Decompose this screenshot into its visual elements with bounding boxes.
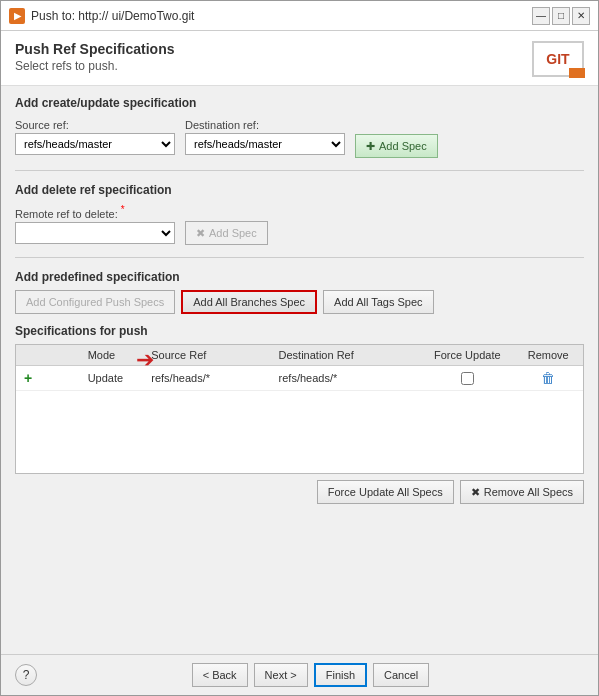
row-force bbox=[421, 366, 514, 391]
row-mode: Update bbox=[80, 366, 144, 391]
predefined-label: Add predefined specification bbox=[15, 270, 584, 284]
create-update-section: Add create/update specification Source r… bbox=[15, 96, 584, 158]
table-row: + Update refs/heads/* refs/heads/* bbox=[16, 366, 583, 391]
add-configured-push-specs-button[interactable]: Add Configured Push Specs bbox=[15, 290, 175, 314]
remove-all-specs-button[interactable]: ✖ Remove All Specs bbox=[460, 480, 584, 504]
source-ref-group: Source ref: refs/heads/master bbox=[15, 119, 175, 155]
title-bar: ▶ Push to: http:// ui/DemoTwo.git — □ ✕ bbox=[1, 1, 598, 31]
title-bar-left: ▶ Push to: http:// ui/DemoTwo.git bbox=[9, 8, 194, 24]
delete-row-button[interactable]: 🗑 bbox=[541, 370, 555, 386]
col-remove: Remove bbox=[514, 345, 583, 366]
cancel-button[interactable]: Cancel bbox=[373, 663, 429, 687]
remote-ref-select[interactable] bbox=[15, 222, 175, 244]
remove-icon: ✖ bbox=[471, 486, 480, 499]
source-ref-select[interactable]: refs/heads/master bbox=[15, 133, 175, 155]
minimize-button[interactable]: — bbox=[532, 7, 550, 25]
footer: ? < Back Next > Finish Cancel bbox=[1, 654, 598, 695]
required-star: * bbox=[121, 204, 125, 215]
git-logo: GIT bbox=[532, 41, 584, 77]
next-button[interactable]: Next > bbox=[254, 663, 308, 687]
add-all-branches-spec-button[interactable]: Add All Branches Spec bbox=[181, 290, 317, 314]
dest-ref-group: Destination ref: refs/heads/master bbox=[185, 119, 345, 155]
finish-button[interactable]: Finish bbox=[314, 663, 367, 687]
page-header: Push Ref Specifications Select refs to p… bbox=[1, 31, 598, 86]
divider-2 bbox=[15, 257, 584, 258]
window-controls: — □ ✕ bbox=[532, 7, 590, 25]
add-spec-create-button[interactable]: ✚ Add Spec bbox=[355, 134, 438, 158]
col-mode bbox=[16, 345, 80, 366]
specs-table-container: ➔ Mode Source Ref Destination Ref Force … bbox=[15, 344, 584, 474]
dest-ref-label: Destination ref: bbox=[185, 119, 345, 131]
col-dest: Destination Ref bbox=[271, 345, 421, 366]
row-remove: 🗑 bbox=[514, 366, 583, 391]
dest-ref-select[interactable]: refs/heads/master bbox=[185, 133, 345, 155]
create-update-form-row: Source ref: refs/heads/master Destinatio… bbox=[15, 116, 584, 158]
col-mode-label: Mode bbox=[80, 345, 144, 366]
delete-form-row: Remote ref to delete: * ✖ Add Spec bbox=[15, 203, 584, 245]
table-header-row: Mode Source Ref Destination Ref Force Up… bbox=[16, 345, 583, 366]
row-add-icon: + bbox=[16, 366, 80, 391]
row-source: refs/heads/* bbox=[143, 366, 270, 391]
plus-icon: ✚ bbox=[366, 140, 375, 153]
col-source: Source Ref bbox=[143, 345, 270, 366]
row-dest: refs/heads/* bbox=[271, 366, 421, 391]
divider-1 bbox=[15, 170, 584, 171]
window-title: Push to: http:// ui/DemoTwo.git bbox=[31, 9, 194, 23]
specs-label: Specifications for push bbox=[15, 324, 584, 338]
close-button[interactable]: ✕ bbox=[572, 7, 590, 25]
predefined-buttons-row: Add Configured Push Specs Add All Branch… bbox=[15, 290, 584, 314]
maximize-button[interactable]: □ bbox=[552, 7, 570, 25]
specs-table: Mode Source Ref Destination Ref Force Up… bbox=[16, 345, 583, 391]
main-window: ▶ Push to: http:// ui/DemoTwo.git — □ ✕ … bbox=[0, 0, 599, 696]
force-update-all-specs-button[interactable]: Force Update All Specs bbox=[317, 480, 454, 504]
bottom-action-buttons: Force Update All Specs ✖ Remove All Spec… bbox=[15, 474, 584, 508]
create-update-label: Add create/update specification bbox=[15, 96, 584, 110]
back-button[interactable]: < Back bbox=[192, 663, 248, 687]
content-area: Add create/update specification Source r… bbox=[1, 86, 598, 654]
add-all-tags-spec-button[interactable]: Add All Tags Spec bbox=[323, 290, 433, 314]
page-subtitle: Select refs to push. bbox=[15, 59, 174, 73]
app-icon: ▶ bbox=[9, 8, 25, 24]
specs-section: Specifications for push ➔ Mode Source Re… bbox=[15, 324, 584, 644]
x-icon: ✖ bbox=[196, 227, 205, 240]
force-update-checkbox[interactable] bbox=[461, 372, 474, 385]
source-ref-label: Source ref: bbox=[15, 119, 175, 131]
footer-navigation: < Back Next > Finish Cancel bbox=[37, 663, 584, 687]
remote-ref-label: Remote ref to delete: * bbox=[15, 204, 175, 220]
remote-ref-group: Remote ref to delete: * bbox=[15, 204, 175, 244]
predefined-section: Add predefined specification Add Configu… bbox=[15, 270, 584, 314]
add-spec-delete-button[interactable]: ✖ Add Spec bbox=[185, 221, 268, 245]
page-title: Push Ref Specifications bbox=[15, 41, 174, 57]
help-button[interactable]: ? bbox=[15, 664, 37, 686]
col-force: Force Update bbox=[421, 345, 514, 366]
delete-label: Add delete ref specification bbox=[15, 183, 584, 197]
header-text: Push Ref Specifications Select refs to p… bbox=[15, 41, 174, 73]
delete-section: Add delete ref specification Remote ref … bbox=[15, 183, 584, 245]
